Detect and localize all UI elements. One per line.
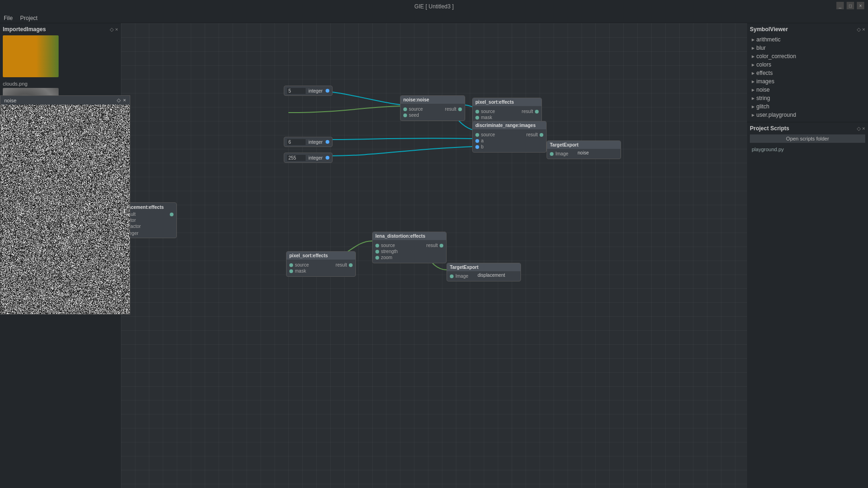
symbol-images[interactable]: ▶ images [750,77,865,86]
label-dr-result: result [527,132,538,137]
port-partial-result: result [124,212,174,217]
symbol-color-correction[interactable]: ▶ color_correction [750,52,865,60]
partial-integer-label: integer [124,231,174,236]
node-noise-noise[interactable]: noise:noise source result seed [400,95,465,121]
node-pixel-sort-1[interactable]: pixel_sort:effects source result mask [472,98,542,123]
target-export-1[interactable]: TargetExport Image noise [547,140,621,159]
symbol-blur[interactable]: ▶ blur [750,44,865,52]
target-export-2[interactable]: TargetExport Image displacement [447,263,521,281]
pin-icon-ps[interactable]: ◇ [857,126,861,132]
close-icon-ps[interactable]: × [862,126,865,132]
int-node-5[interactable]: integer [284,86,333,96]
label-ps2-source: source [295,262,309,267]
symbol-label-images: images [756,78,775,85]
target-export-1-body: Image noise [547,149,621,159]
symbol-arithmetic[interactable]: ▶ arithmetic [750,35,865,44]
titlebar: GIE [ Untitled3 ] _ □ × [0,0,868,13]
image-thumb-0[interactable] [3,35,59,77]
port-ps1-source: source result [475,109,539,114]
int-input-6[interactable] [287,139,306,145]
symbol-string[interactable]: ▶ string [750,94,865,102]
symbol-effects[interactable]: ▶ effects [750,69,865,77]
int-input-5[interactable] [287,88,306,94]
arrow-glitch: ▶ [752,105,754,109]
dot-ps2-mask [289,269,293,273]
symbol-label-glitch: glitch [756,103,769,110]
menu-file[interactable]: File [4,15,13,21]
project-scripts-icons[interactable]: ◇ × [857,126,865,132]
node-lena-distortion[interactable]: lena_distortion:effects source result st… [372,232,447,263]
target-export-1-title: TargetExport [547,141,621,149]
thumb-preview-0 [3,35,59,77]
label-lena-zoom: zoom [381,255,392,260]
maximize-button[interactable]: □ [847,2,854,9]
open-scripts-folder-button[interactable]: Open scripts folder [750,134,865,143]
port-lena-zoom: zoom [375,255,443,260]
canvas-area[interactable]: integer noise:noise source result seed p… [121,23,747,488]
node-pixel-sort-2-body: source result mask [287,260,355,276]
int-label-5: integer [308,88,323,94]
node-lena-title: lena_distortion:effects [373,232,446,240]
close-button[interactable]: × [857,2,864,9]
symbol-colors[interactable]: ▶ colors [750,60,865,69]
noise-window-pin[interactable]: ◇ [117,97,120,103]
dot-lena-result [440,244,443,247]
imported-images-header: ImportedImages ◇ × [3,26,118,33]
node-pixel-sort-2[interactable]: pixel_sort:effects source result mask [286,251,356,277]
dot-partial-result [170,213,174,216]
noise-window-close[interactable]: × [123,97,126,103]
port-partial-sfactor: s_factor [124,224,174,229]
dot-ps1-mask [475,116,479,120]
port-dr-b: b [475,144,543,149]
close-icon[interactable]: × [115,27,118,33]
int-input-255[interactable] [287,155,306,161]
label-ps1-result: result [522,109,533,114]
int-node-6[interactable]: integer [284,137,333,147]
dot-ps2-result [349,263,353,267]
port-lena-source: source result [375,243,443,248]
port-ps1-mask: mask [475,115,539,120]
int-node-255[interactable]: integer [284,153,333,163]
pin-icon[interactable]: ◇ [110,27,114,33]
node-discriminate-range[interactable]: discriminate_range:images source result … [472,121,547,153]
pin-icon-sv[interactable]: ◇ [857,27,861,33]
dot-dr-result [540,133,543,137]
port-dr-source: source result [475,132,543,137]
node-discriminate-body: source result a b [473,129,546,152]
window-controls[interactable]: _ □ × [836,2,864,9]
noise-window-controls[interactable]: ◇ × [117,97,126,103]
minimize-button[interactable]: _ [836,2,844,9]
symbol-noise[interactable]: ▶ noise [750,86,865,94]
symbol-user-playground[interactable]: ▶ user.playground [750,111,865,119]
symbol-glitch[interactable]: ▶ glitch [750,102,865,111]
arrow-user-playground: ▶ [752,113,754,117]
label-lena-strength: strength [381,249,398,254]
port-lena-strength: strength [375,249,443,254]
dot-dr-source [475,133,479,137]
dot-dr-b [475,145,479,149]
out-port-5 [326,89,329,93]
port-partial-factor: factor [124,218,174,223]
right-panel: SymbolViewer ◇ × ▶ arithmetic ▶ blur ▶ c… [747,23,868,488]
close-icon-sv[interactable]: × [862,27,865,33]
image-name-clouds: clouds.png [3,81,118,87]
node-pixel-sort-1-title: pixel_sort:effects [473,98,541,106]
target-export-2-title: TargetExport [447,263,521,271]
symbol-label-arithmetic: arithmetic [756,36,781,43]
menu-project[interactable]: Project [20,15,37,21]
int-label-6: integer [308,140,323,145]
imported-images-icons[interactable]: ◇ × [110,27,118,33]
symbol-label-user-playground: user.playground [756,112,796,118]
noise-preview-canvas [0,105,130,314]
script-file-playground[interactable]: playground.py [750,146,865,153]
label-noise-result: result [445,107,456,112]
label-te1-noise: noise [578,150,589,157]
noise-window[interactable]: noise ◇ × [0,95,130,314]
symbol-viewer-icons[interactable]: ◇ × [857,27,865,33]
label-te1-image: Image [555,151,568,156]
dot-te1-image [550,152,554,156]
port-te1-image: Image [550,151,568,156]
project-scripts-header: Project Scripts ◇ × [750,125,865,132]
symbol-viewer-header: SymbolViewer ◇ × [750,26,865,33]
port-ps2-source: source result [289,262,353,267]
